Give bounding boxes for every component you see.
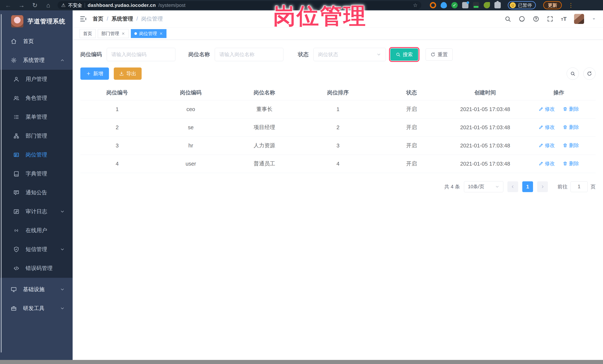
delete-link[interactable]: 删除 [563, 160, 579, 167]
cell-code: hr [154, 136, 228, 155]
goto-page: 前往 页 [557, 181, 596, 192]
edit-link[interactable]: 修改 [539, 124, 555, 131]
sidebar-item-label: 在线用户 [26, 227, 47, 234]
page-size-select[interactable]: 10条/页 [464, 181, 503, 192]
close-icon[interactable] [159, 32, 163, 35]
prev-page-button[interactable] [507, 181, 518, 192]
delete-link[interactable]: 删除 [563, 142, 579, 149]
refresh-table-button[interactable] [583, 67, 596, 80]
edit-link[interactable]: 修改 [539, 142, 555, 149]
online-signal-icon [13, 228, 19, 233]
fullscreen-icon[interactable] [547, 16, 554, 22]
reset-button[interactable]: 重置 [426, 48, 453, 61]
security-label[interactable]: 不安全 [68, 2, 82, 8]
breadcrumb: 首页 / 系统管理 / 岗位管理 [93, 15, 163, 23]
sidebar-item-online-users[interactable]: 在线用户 [0, 221, 73, 240]
paused-label: 已暂停 [518, 2, 532, 8]
goto-label: 前往 [557, 183, 568, 190]
sidebar-item-label: 基础设施 [23, 286, 45, 293]
chevron-right-icon [540, 185, 545, 189]
chevron-down-icon [376, 52, 381, 57]
export-button[interactable]: 导出 [114, 67, 142, 80]
sidebar-item-audit-log[interactable]: 审计日志 [0, 202, 73, 221]
sidebar-item-devtools[interactable]: 研发工具 [0, 299, 73, 318]
add-button[interactable]: 新增 [80, 67, 109, 80]
sidebar-item-sms[interactable]: 短信管理 [0, 240, 73, 259]
postcard-icon [13, 152, 19, 158]
cell-actions: 修改 删除 [522, 136, 596, 155]
active-dot [134, 32, 137, 35]
extension-icon[interactable] [473, 2, 479, 8]
tab-dept[interactable]: 部门管理 [98, 29, 129, 38]
extension-icon[interactable] [430, 2, 436, 8]
column-header: 岗位编码 [154, 85, 228, 100]
extension-icon[interactable]: ✓ [451, 2, 458, 8]
sidebar-item-label: 用户管理 [26, 76, 47, 83]
sidebar-item-users[interactable]: 用户管理 [0, 70, 73, 89]
paused-badge[interactable]: ☺ 已暂停 [508, 1, 536, 9]
address-bar[interactable]: ⚠ 不安全 dashboard.yudao.iocoder.cn/system/… [58, 1, 421, 9]
goto-page-input[interactable] [570, 181, 588, 192]
page-number-active[interactable]: 1 [522, 181, 533, 192]
bookmark-star-icon[interactable]: ☆ [413, 2, 417, 8]
sidebar-item-infrastructure[interactable]: 基础设施 [0, 280, 73, 299]
edit-link[interactable]: 修改 [539, 160, 555, 167]
page-content: 岗位编码 岗位名称 状态 岗位状态 搜索 重置 [73, 40, 603, 360]
sidebar-item-posts[interactable]: 岗位管理 [0, 145, 73, 164]
edit-label: 修改 [545, 142, 555, 149]
toggle-search-button[interactable] [567, 67, 579, 80]
next-page-button[interactable] [537, 181, 548, 192]
edit-link[interactable]: 修改 [539, 106, 555, 112]
browser-reload-icon[interactable]: ↻ [31, 1, 39, 9]
delete-label: 删除 [569, 106, 579, 112]
github-icon[interactable] [519, 16, 525, 22]
tab-post[interactable]: 岗位管理 [131, 29, 166, 38]
delete-link[interactable]: 删除 [563, 124, 579, 131]
cell-sort: 1 [301, 100, 375, 118]
shield-icon [13, 246, 19, 252]
sidebar-item-departments[interactable]: 部门管理 [0, 126, 73, 145]
sidebar-item-system[interactable]: 系统管理 [0, 51, 73, 70]
sidebar-item-dict[interactable]: 字典管理 [0, 164, 73, 183]
sidebar-item-roles[interactable]: 角色管理 [0, 89, 73, 108]
post-code-input[interactable] [107, 48, 175, 61]
status-select[interactable]: 岗位状态 [313, 48, 386, 61]
log-pencil-icon [13, 209, 19, 215]
search-button[interactable]: 搜索 [390, 48, 418, 61]
sidebar-item-label: 错误码管理 [26, 265, 53, 272]
browser-home-icon[interactable]: ⌂ [44, 1, 52, 9]
sidebar-item-label: 角色管理 [26, 94, 47, 102]
breadcrumb-system[interactable]: 系统管理 [112, 15, 133, 23]
sidebar-item-home[interactable]: 首页 [0, 32, 73, 51]
avatar[interactable] [574, 14, 584, 24]
extensions-puzzle-icon[interactable] [494, 2, 501, 8]
breadcrumb-home[interactable]: 首页 [93, 15, 103, 23]
browser-forward-icon[interactable]: → [17, 1, 26, 9]
export-button-label: 导出 [126, 70, 136, 77]
sidebar-item-menus[interactable]: 菜单管理 [0, 108, 73, 126]
pencil-icon [539, 161, 544, 166]
kebab-menu-icon[interactable]: ⋮ [568, 2, 574, 9]
delete-link[interactable]: 删除 [563, 106, 579, 112]
font-size-icon[interactable]: TT [561, 16, 567, 22]
close-icon[interactable] [121, 32, 125, 35]
cell-status: 开启 [375, 118, 448, 136]
table-row: 1 ceo 董事长 1 开启 2021-01-05 17:03:48 修改 删除 [80, 100, 596, 118]
cell-sort: 3 [301, 136, 375, 155]
status-label: 状态 [298, 51, 309, 58]
sidebar-item-error-codes[interactable]: 错误码管理 [0, 259, 73, 278]
question-icon[interactable] [533, 16, 539, 22]
extension-icon[interactable] [484, 2, 490, 8]
sidebar-item-notice[interactable]: 通知公告 [0, 183, 73, 202]
post-table: 岗位编号 岗位编码 岗位名称 岗位排序 状态 创建时间 操作 1 ceo 董事长 [80, 85, 596, 173]
post-name-input[interactable] [215, 48, 283, 61]
book-icon [13, 171, 19, 177]
search-icon[interactable] [504, 16, 511, 22]
extension-icon[interactable] [441, 2, 447, 8]
tab-home[interactable]: 首页 [80, 29, 96, 38]
hamburger-icon[interactable] [80, 15, 87, 23]
extension-icon[interactable] [462, 2, 468, 8]
caret-down-icon[interactable] [591, 17, 596, 21]
browser-update-button[interactable]: 更新 [543, 1, 562, 9]
browser-back-icon[interactable]: ← [4, 1, 12, 9]
